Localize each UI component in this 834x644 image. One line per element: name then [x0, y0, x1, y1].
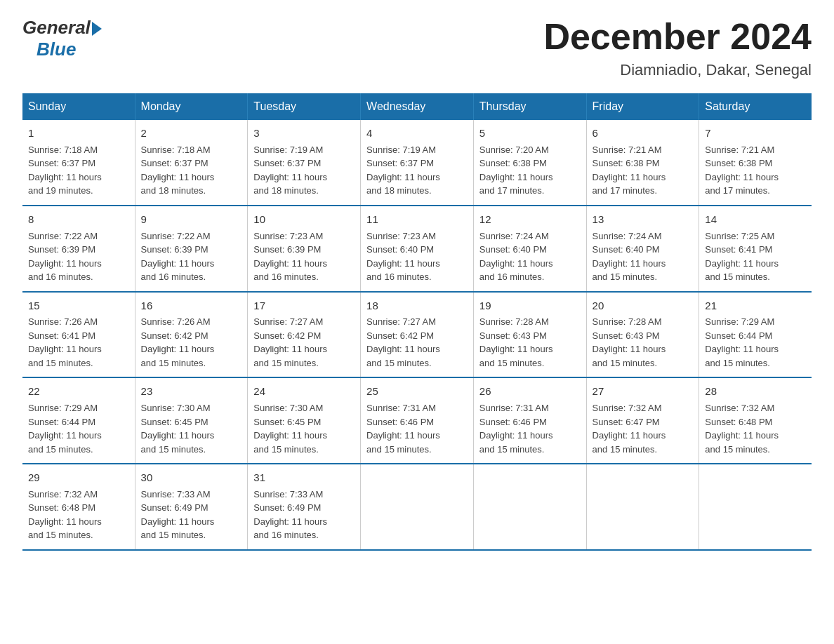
calendar-day-cell: 13Sunrise: 7:24 AM Sunset: 6:40 PM Dayli… — [586, 206, 699, 292]
day-info: Sunrise: 7:21 AM Sunset: 6:38 PM Dayligh… — [705, 143, 806, 198]
calendar-day-cell: 14Sunrise: 7:25 AM Sunset: 6:41 PM Dayli… — [699, 206, 812, 292]
calendar-day-cell: 23Sunrise: 7:30 AM Sunset: 6:45 PM Dayli… — [135, 377, 248, 464]
day-info: Sunrise: 7:32 AM Sunset: 6:47 PM Dayligh… — [593, 401, 694, 456]
day-number: 19 — [479, 298, 581, 314]
calendar-day-cell: 3Sunrise: 7:19 AM Sunset: 6:37 PM Daylig… — [248, 120, 361, 206]
day-info: Sunrise: 7:27 AM Sunset: 6:42 PM Dayligh… — [253, 315, 355, 370]
day-number: 10 — [253, 212, 355, 227]
day-info: Sunrise: 7:19 AM Sunset: 6:37 PM Dayligh… — [253, 143, 355, 198]
day-number: 9 — [141, 212, 242, 227]
day-number: 27 — [593, 384, 694, 399]
calendar-day-cell — [473, 464, 586, 550]
page-title: December 2024 — [543, 17, 812, 57]
calendar-day-cell: 26Sunrise: 7:31 AM Sunset: 6:46 PM Dayli… — [473, 377, 586, 464]
day-number: 5 — [479, 126, 581, 141]
day-number: 8 — [28, 212, 129, 227]
day-info: Sunrise: 7:23 AM Sunset: 6:39 PM Dayligh… — [253, 229, 355, 284]
calendar-week-row: 15Sunrise: 7:26 AM Sunset: 6:41 PM Dayli… — [22, 292, 812, 378]
day-info: Sunrise: 7:20 AM Sunset: 6:38 PM Dayligh… — [479, 143, 581, 198]
calendar-day-cell: 11Sunrise: 7:23 AM Sunset: 6:40 PM Dayli… — [361, 206, 474, 292]
day-info: Sunrise: 7:22 AM Sunset: 6:39 PM Dayligh… — [28, 229, 129, 284]
day-number: 14 — [705, 212, 806, 227]
calendar-day-cell: 8Sunrise: 7:22 AM Sunset: 6:39 PM Daylig… — [22, 206, 135, 292]
day-info: Sunrise: 7:24 AM Sunset: 6:40 PM Dayligh… — [479, 229, 581, 284]
calendar-day-cell — [699, 464, 812, 550]
day-number: 18 — [366, 298, 468, 314]
day-number: 15 — [28, 298, 129, 314]
weekday-header: Sunday — [22, 93, 135, 120]
page-header: General Blue December 2024 Diamniadio, D… — [22, 17, 812, 79]
day-info: Sunrise: 7:21 AM Sunset: 6:38 PM Dayligh… — [593, 143, 694, 198]
calendar-day-cell: 5Sunrise: 7:20 AM Sunset: 6:38 PM Daylig… — [473, 120, 586, 206]
calendar-day-cell: 28Sunrise: 7:32 AM Sunset: 6:48 PM Dayli… — [699, 377, 812, 464]
calendar-day-cell: 16Sunrise: 7:26 AM Sunset: 6:42 PM Dayli… — [135, 292, 248, 378]
day-info: Sunrise: 7:22 AM Sunset: 6:39 PM Dayligh… — [141, 229, 242, 284]
day-number: 16 — [141, 298, 242, 314]
day-number: 24 — [253, 384, 355, 399]
calendar-day-cell: 10Sunrise: 7:23 AM Sunset: 6:39 PM Dayli… — [248, 206, 361, 292]
calendar-day-cell: 1Sunrise: 7:18 AM Sunset: 6:37 PM Daylig… — [22, 120, 135, 206]
day-number: 17 — [253, 298, 355, 314]
day-info: Sunrise: 7:18 AM Sunset: 6:37 PM Dayligh… — [141, 143, 242, 198]
day-info: Sunrise: 7:28 AM Sunset: 6:43 PM Dayligh… — [479, 315, 581, 370]
calendar-day-cell: 4Sunrise: 7:19 AM Sunset: 6:37 PM Daylig… — [361, 120, 474, 206]
calendar-day-cell: 20Sunrise: 7:28 AM Sunset: 6:43 PM Dayli… — [586, 292, 699, 378]
logo-arrow-icon — [92, 22, 102, 36]
day-number: 21 — [705, 298, 806, 314]
day-info: Sunrise: 7:30 AM Sunset: 6:45 PM Dayligh… — [253, 401, 355, 456]
page-subtitle: Diamniadio, Dakar, Senegal — [543, 61, 812, 79]
weekday-header: Thursday — [473, 93, 586, 120]
day-number: 26 — [479, 384, 581, 399]
day-info: Sunrise: 7:33 AM Sunset: 6:49 PM Dayligh… — [253, 488, 355, 542]
calendar-day-cell: 6Sunrise: 7:21 AM Sunset: 6:38 PM Daylig… — [586, 120, 699, 206]
calendar-day-cell — [361, 464, 474, 550]
day-number: 2 — [141, 126, 242, 141]
weekday-header: Tuesday — [248, 93, 361, 120]
calendar-day-cell: 12Sunrise: 7:24 AM Sunset: 6:40 PM Dayli… — [473, 206, 586, 292]
day-number: 6 — [593, 126, 694, 141]
logo: General Blue — [22, 17, 102, 60]
calendar-day-cell: 25Sunrise: 7:31 AM Sunset: 6:46 PM Dayli… — [361, 377, 474, 464]
calendar-day-cell: 27Sunrise: 7:32 AM Sunset: 6:47 PM Dayli… — [586, 377, 699, 464]
day-info: Sunrise: 7:30 AM Sunset: 6:45 PM Dayligh… — [141, 401, 242, 456]
calendar-day-cell: 29Sunrise: 7:32 AM Sunset: 6:48 PM Dayli… — [22, 464, 135, 550]
day-number: 4 — [366, 126, 468, 141]
day-number: 22 — [28, 384, 129, 399]
day-number: 3 — [253, 126, 355, 141]
day-number: 25 — [366, 384, 468, 399]
calendar-header-row: SundayMondayTuesdayWednesdayThursdayFrid… — [22, 93, 812, 120]
calendar-day-cell: 21Sunrise: 7:29 AM Sunset: 6:44 PM Dayli… — [699, 292, 812, 378]
weekday-header: Friday — [586, 93, 699, 120]
calendar-day-cell: 2Sunrise: 7:18 AM Sunset: 6:37 PM Daylig… — [135, 120, 248, 206]
day-info: Sunrise: 7:24 AM Sunset: 6:40 PM Dayligh… — [593, 229, 694, 284]
calendar-table: SundayMondayTuesdayWednesdayThursdayFrid… — [22, 93, 812, 551]
title-section: December 2024 Diamniadio, Dakar, Senegal — [543, 17, 812, 79]
day-info: Sunrise: 7:18 AM Sunset: 6:37 PM Dayligh… — [28, 143, 129, 198]
weekday-header: Wednesday — [361, 93, 474, 120]
calendar-day-cell: 17Sunrise: 7:27 AM Sunset: 6:42 PM Dayli… — [248, 292, 361, 378]
day-number: 1 — [28, 126, 129, 141]
calendar-day-cell: 22Sunrise: 7:29 AM Sunset: 6:44 PM Dayli… — [22, 377, 135, 464]
calendar-day-cell: 15Sunrise: 7:26 AM Sunset: 6:41 PM Dayli… — [22, 292, 135, 378]
day-number: 12 — [479, 212, 581, 227]
day-info: Sunrise: 7:25 AM Sunset: 6:41 PM Dayligh… — [705, 229, 806, 284]
calendar-week-row: 8Sunrise: 7:22 AM Sunset: 6:39 PM Daylig… — [22, 206, 812, 292]
day-info: Sunrise: 7:31 AM Sunset: 6:46 PM Dayligh… — [479, 401, 581, 456]
calendar-day-cell — [586, 464, 699, 550]
calendar-day-cell: 24Sunrise: 7:30 AM Sunset: 6:45 PM Dayli… — [248, 377, 361, 464]
day-info: Sunrise: 7:28 AM Sunset: 6:43 PM Dayligh… — [593, 315, 694, 370]
day-info: Sunrise: 7:26 AM Sunset: 6:41 PM Dayligh… — [28, 315, 129, 370]
calendar-day-cell: 7Sunrise: 7:21 AM Sunset: 6:38 PM Daylig… — [699, 120, 812, 206]
day-number: 7 — [705, 126, 806, 141]
day-number: 30 — [141, 470, 242, 485]
day-info: Sunrise: 7:33 AM Sunset: 6:49 PM Dayligh… — [141, 488, 242, 542]
day-info: Sunrise: 7:31 AM Sunset: 6:46 PM Dayligh… — [366, 401, 468, 456]
day-info: Sunrise: 7:32 AM Sunset: 6:48 PM Dayligh… — [28, 488, 129, 542]
day-number: 11 — [366, 212, 468, 227]
calendar-day-cell: 31Sunrise: 7:33 AM Sunset: 6:49 PM Dayli… — [248, 464, 361, 550]
calendar-week-row: 29Sunrise: 7:32 AM Sunset: 6:48 PM Dayli… — [22, 464, 812, 550]
day-number: 28 — [705, 384, 806, 399]
day-info: Sunrise: 7:29 AM Sunset: 6:44 PM Dayligh… — [705, 315, 806, 370]
calendar-day-cell: 9Sunrise: 7:22 AM Sunset: 6:39 PM Daylig… — [135, 206, 248, 292]
calendar-week-row: 22Sunrise: 7:29 AM Sunset: 6:44 PM Dayli… — [22, 377, 812, 464]
